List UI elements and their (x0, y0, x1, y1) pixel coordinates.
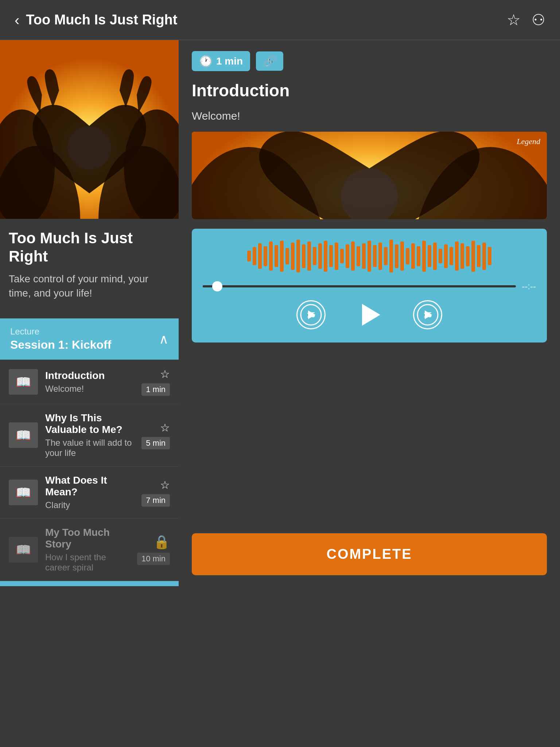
waveform-bar (395, 244, 398, 268)
player-controls: 15 15 (203, 300, 536, 329)
waveform-bar (373, 245, 377, 267)
header-right: ☆ ⚇ (507, 11, 545, 29)
section-title: Introduction (192, 81, 547, 100)
audio-player: --:-- 15 (192, 229, 547, 342)
waveform-bar (389, 240, 393, 272)
course-subtitle: Take control of your mind, your time, an… (9, 272, 170, 300)
back-button[interactable]: ‹ (15, 13, 19, 27)
header-left: ‹ Too Much Is Just Right (15, 12, 178, 28)
header-title: Too Much Is Just Right (26, 12, 177, 28)
lock-icon-3: 🔒 (153, 534, 170, 550)
time-badge: 🕐 1 min (192, 51, 250, 71)
book-icon-3: 📖 (16, 542, 31, 557)
waveform-bar (264, 246, 267, 266)
waveform-bar (411, 243, 415, 269)
lecture-info-0: Introduction Welcome! (45, 370, 134, 394)
course-image (0, 40, 179, 219)
session-label: Lecture (10, 326, 111, 337)
waveform-bar (422, 241, 426, 272)
waveform-bar (346, 244, 349, 268)
waveform-bar (351, 241, 355, 271)
lecture-item[interactable]: 📖 Introduction Welcome! ☆ 1 min (0, 360, 179, 404)
waveform-bar (329, 245, 333, 267)
progress-track[interactable] (203, 285, 516, 287)
lecture-desc-1: The value it will add to your life (45, 438, 134, 458)
waveform-bar (450, 247, 453, 265)
waveform-bar (253, 247, 256, 265)
svg-marker-12 (362, 304, 380, 326)
lecture-info-1: Why Is This Valuable to Me? The value it… (45, 412, 134, 458)
lecture-item-3: 📖 My Too Much Story How I spent the care… (0, 519, 179, 581)
waveform-bar (455, 241, 459, 271)
lecture-list: 📖 Introduction Welcome! ☆ 1 min 📖 Why Is… (0, 360, 179, 581)
waveform-bar (433, 243, 437, 270)
forward-button[interactable]: 15 (413, 300, 442, 329)
lecture-thumb-2: 📖 (9, 480, 38, 505)
lecture-item-2[interactable]: 📖 What Does It Mean? Clarity ☆ 7 min (0, 467, 179, 519)
book-icon-2: 📖 (16, 485, 31, 500)
waveform-bar (318, 243, 322, 269)
svg-text:15: 15 (308, 312, 314, 318)
session-info: Lecture Session 1: Kickoff (10, 326, 111, 352)
section-welcome: Welcome! (192, 110, 547, 122)
resource-link-badge[interactable]: 🔗 (256, 51, 283, 71)
lecture-thumb-0: 📖 (9, 369, 38, 395)
lecture-thumb-1: 📖 (9, 422, 38, 448)
lecture-meta-2: ☆ 7 min (141, 479, 170, 507)
book-icon: 📖 (16, 375, 31, 389)
waveform-bar (335, 243, 338, 270)
waveform-bar (313, 247, 316, 265)
waveform-bar (400, 241, 404, 271)
waveform-bar (406, 248, 409, 264)
lecture-item-1[interactable]: 📖 Why Is This Valuable to Me? The value … (0, 404, 179, 467)
waveform-bar (417, 246, 420, 266)
rewind-button[interactable]: 15 (296, 300, 326, 329)
complete-button[interactable]: COMPLETE (192, 533, 547, 575)
waveform-bar (460, 243, 464, 269)
waveform-bar (296, 240, 300, 272)
session-block[interactable]: Lecture Session 1: Kickoff ∧ (0, 318, 179, 360)
star-icon-0[interactable]: ☆ (160, 368, 170, 380)
chevron-up-icon: ∧ (159, 332, 168, 347)
bookmark-icon[interactable]: ☆ (507, 11, 521, 29)
waveform-bar (428, 245, 431, 267)
play-button[interactable] (355, 300, 384, 329)
waveform-bar (302, 244, 306, 268)
waveform-bar (340, 249, 344, 263)
preview-image[interactable]: Legend TOO MUCH IS JUST RIGHT Take Back … (192, 132, 547, 219)
waveform-bar (444, 244, 448, 268)
lecture-info-2: What Does It Mean? Clarity (45, 475, 134, 510)
star-icon-1[interactable]: ☆ (160, 421, 170, 434)
lecture-thumb-3: 📖 (9, 537, 38, 562)
duration-badge-0: 1 min (141, 383, 170, 396)
waveform-bar (466, 246, 470, 266)
waveform-bar (269, 241, 273, 271)
progress-thumb[interactable] (212, 281, 222, 291)
header: ‹ Too Much Is Just Right ☆ ⚇ (0, 0, 560, 40)
book-icon-1: 📖 (16, 428, 31, 442)
time-row: 🕐 1 min 🔗 (192, 51, 547, 71)
star-icon-2[interactable]: ☆ (160, 479, 170, 491)
duration-badge-2: 7 min (141, 494, 170, 507)
waveform-bar (482, 243, 486, 270)
lecture-desc-2: Clarity (45, 500, 134, 510)
lecture-title-1: Why Is This Valuable to Me? (45, 412, 134, 436)
bottom-bar (0, 581, 179, 586)
lecture-meta-0: ☆ 1 min (141, 368, 170, 396)
right-panel: 🕐 1 min 🔗 Introduction Welcome! (179, 40, 560, 586)
waveform-bar (384, 247, 388, 265)
link-icon[interactable]: ⚇ (532, 11, 545, 29)
main-content: Too Much Is Just Right Take control of y… (0, 40, 560, 586)
waveform-bar (307, 241, 311, 271)
lecture-desc-0: Welcome! (45, 384, 134, 394)
svg-text:15: 15 (424, 312, 431, 318)
clock-icon: 🕐 (199, 55, 213, 67)
progress-row: --:-- (203, 281, 536, 291)
lecture-info-3: My Too Much Story How I spent the career… (45, 527, 130, 573)
waveform-bar (285, 248, 289, 264)
left-panel: Too Much Is Just Right Take control of y… (0, 40, 179, 586)
lecture-title-2: What Does It Mean? (45, 475, 134, 498)
waveform-bar (280, 241, 284, 272)
duration-badge-3: 10 min (137, 553, 170, 565)
waveform-bar (471, 241, 475, 272)
